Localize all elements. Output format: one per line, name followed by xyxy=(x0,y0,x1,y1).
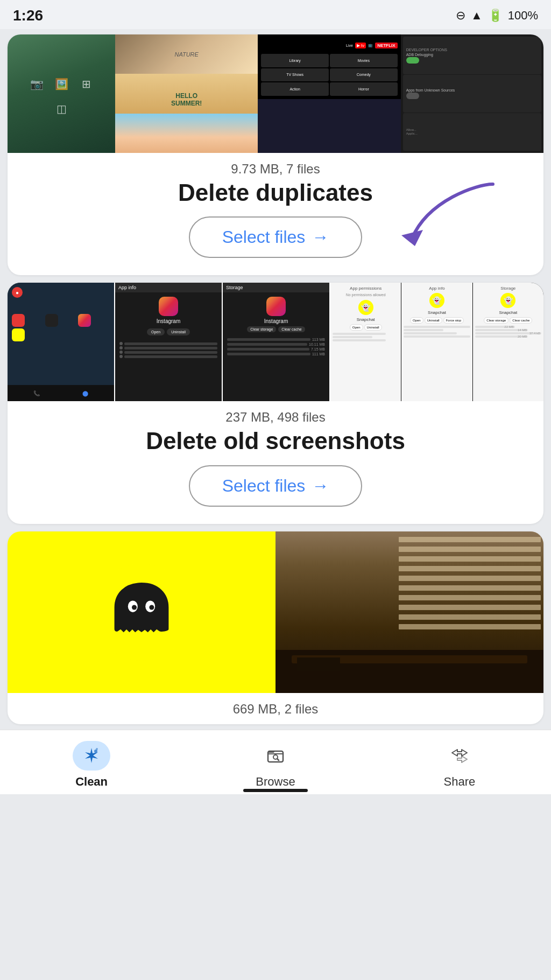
clear-storage-btn[interactable]: Clear storage xyxy=(484,317,508,324)
uninstall-btn[interactable]: Uninstall xyxy=(167,328,190,335)
storage1-header: Storage xyxy=(223,283,329,292)
status-time: 1:26 xyxy=(13,7,43,24)
ss-col-appinfo1: App info Instagram Open Uninstall xyxy=(115,283,222,401)
share-arrows-icon xyxy=(450,746,469,765)
blind-2 xyxy=(399,547,541,552)
force-stop-btn[interactable]: Force stop xyxy=(443,317,464,324)
nav-item-clean[interactable]: Clean xyxy=(56,741,126,789)
card2-image-grid: ● 📞 ⬤ xyxy=(8,283,543,401)
netflix-cat-5: Action xyxy=(261,82,329,96)
clear-cache-btn-2[interactable]: Clear cache xyxy=(510,317,532,324)
snap-lines-1 xyxy=(333,333,399,342)
clean-icon-wrap xyxy=(73,741,110,771)
card1-col1-landscape: 📷 🖼️ ⊞ ◫ xyxy=(8,34,115,153)
snap-icon-1: 👻 xyxy=(358,300,373,315)
card1-title: Delete duplicates xyxy=(20,180,531,206)
storage-title: Storage xyxy=(500,286,515,291)
appsize-val: 113 MB xyxy=(312,338,325,341)
bottom-nav: Clean Browse Share xyxy=(0,730,551,794)
netflix-cat-3: TV Shows xyxy=(261,68,329,82)
adb-item: ADB Debugging xyxy=(406,53,538,57)
share-icon-wrap xyxy=(441,741,478,771)
snap-icon-3: 👻 xyxy=(500,293,515,308)
total-val: 111 MB xyxy=(312,352,325,356)
status-bar: 1:26 ⊖ ▲ 🔋 100% xyxy=(0,0,551,29)
svg-point-4 xyxy=(132,605,137,610)
hello-summer-tile: HELLOSUMMER! xyxy=(115,74,258,113)
netflix-top-bar: Live ▶ tv 📺 NETFLIX xyxy=(261,38,397,53)
blind-4 xyxy=(399,566,541,571)
nav-item-browse[interactable]: Browse xyxy=(239,741,311,789)
netflix-badge: NETFLIX xyxy=(375,43,397,48)
netflix-tile: Live ▶ tv 📺 NETFLIX Library Movies TV Sh… xyxy=(258,34,400,99)
dev-row-1: DEVELOPER OPTIONS ADB Debugging xyxy=(403,37,541,74)
card2-btn-wrap: Select files → xyxy=(20,465,531,520)
snap-lines-2 xyxy=(404,326,470,339)
snap-permissions: App permissions No permissions allowed 👻… xyxy=(330,283,401,401)
nav-item-share[interactable]: Share xyxy=(425,741,495,789)
clear-cache-btn[interactable]: Clear storage xyxy=(247,326,276,332)
card3-info: 669 MB, 2 files xyxy=(8,693,543,724)
dev-row-2: Apps from Unknown Sources xyxy=(403,75,541,113)
appinfo1-rows xyxy=(117,340,220,361)
storage1-rows: 113 MB 10.11 MB 7.15 MB 111 MB xyxy=(225,335,327,359)
appinfo1-buttons: Open Uninstall xyxy=(147,328,190,335)
storage-row xyxy=(119,351,217,354)
open-snap-btn[interactable]: Open xyxy=(350,324,363,331)
snapchat-ghost-svg xyxy=(93,564,190,661)
netflix-cat-4: Comedy xyxy=(330,68,398,82)
svg-point-5 xyxy=(149,605,154,610)
open-snap-btn-2[interactable]: Open xyxy=(410,317,423,324)
snap-btn-row-2: Open Uninstall Force stop xyxy=(410,317,464,324)
storage1-actions: Clear storage Clear cache xyxy=(247,326,305,332)
blind-8 xyxy=(399,605,541,610)
snap-storage: Storage 👻 Snapchat Clear storage Clear c… xyxy=(473,283,543,401)
girl-tile xyxy=(115,114,258,153)
card2-select-files-label: Select files xyxy=(222,476,306,496)
dnd-icon: ⊖ xyxy=(456,9,465,23)
chrome-icon: ⬤ xyxy=(82,390,88,396)
ss-col-snapchat: App permissions No permissions allowed 👻… xyxy=(330,283,543,401)
template-icon: ◫ xyxy=(52,99,71,118)
card2-subtitle: 237 MB, 498 files xyxy=(20,410,531,425)
desk-silhouette xyxy=(276,650,543,693)
wifi-icon: ▲ xyxy=(471,9,483,23)
open-btn[interactable]: Open xyxy=(147,328,165,335)
clean-sparkle-icon xyxy=(82,746,101,765)
perms-subtitle: No permissions allowed xyxy=(346,293,386,297)
app-instagram xyxy=(78,314,91,327)
browse-folder-icon xyxy=(266,746,285,765)
notif-row xyxy=(119,342,217,345)
card-delete-duplicates: 📷 🖼️ ⊞ ◫ NATURE HELLOSUMMER! xyxy=(8,34,543,275)
snap-name-2: Snapchat xyxy=(428,310,446,315)
battery-level: 100% xyxy=(508,9,538,23)
photos-icon: 🖼️ xyxy=(52,74,71,94)
dev-row-3: Allow... Applic... xyxy=(403,113,541,151)
snap-lines-3: 22 MB 14 MB 37.4 kB 20 MB xyxy=(475,326,541,339)
card1-btn-wrap: Select files → xyxy=(20,216,531,271)
main-content: 📷 🖼️ ⊞ ◫ NATURE HELLOSUMMER! xyxy=(0,29,551,730)
card1-select-files-button[interactable]: Select files → xyxy=(189,216,363,258)
card2-info: 237 MB, 498 files Delete old screenshots… xyxy=(8,401,543,523)
card-delete-screenshots: ● 📞 ⬤ xyxy=(8,283,543,523)
uninstall-snap-btn[interactable]: Uninstall xyxy=(364,324,382,331)
perms-title: App permissions xyxy=(350,286,382,291)
card2-select-files-button[interactable]: Select files → xyxy=(189,465,363,507)
phone-icon: 📞 xyxy=(33,390,40,396)
uninstall-snap-btn-2[interactable]: Uninstall xyxy=(425,317,442,324)
app-snap xyxy=(12,328,25,341)
blind-3 xyxy=(399,556,541,562)
ss-col-storage1: Storage Instagram Clear storage Clear ca… xyxy=(223,283,329,401)
storage1-title: Storage xyxy=(226,285,243,290)
netflix-cat-6: Horror xyxy=(330,82,398,96)
snap-icon-2: 👻 xyxy=(429,293,444,308)
card1-col3-netflix: Live ▶ tv 📺 NETFLIX Library Movies TV Sh… xyxy=(258,34,400,153)
card2-title: Delete old screenshots xyxy=(20,428,531,454)
clear-data-btn[interactable]: Clear cache xyxy=(278,326,305,332)
appinfo1-content: Instagram Open Uninstall xyxy=(115,292,222,366)
card1-subtitle: 9.73 MB, 7 files xyxy=(20,162,531,177)
card1-col2-photos: NATURE HELLOSUMMER! xyxy=(115,34,258,153)
app-red-1 xyxy=(12,314,25,327)
userdata-row: 10.11 MB xyxy=(227,342,325,346)
netflix-cat-1: Library xyxy=(261,54,329,67)
